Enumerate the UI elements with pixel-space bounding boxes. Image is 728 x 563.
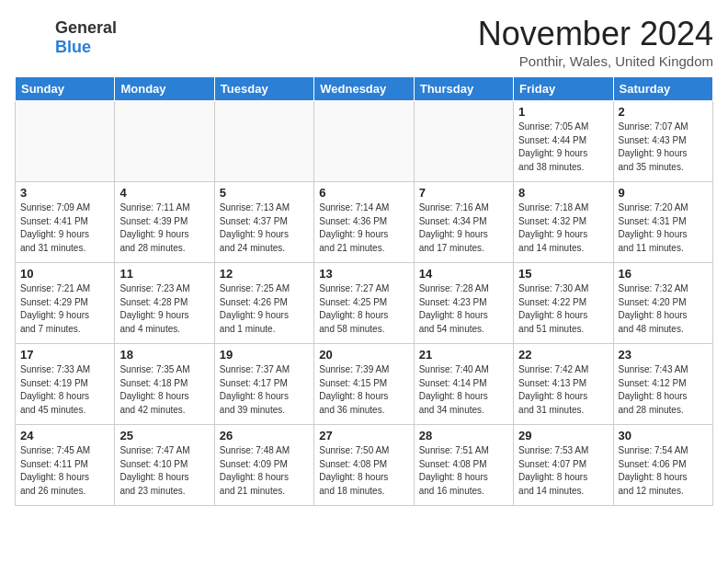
calendar-cell: 7Sunrise: 7:16 AM Sunset: 4:34 PM Daylig…: [414, 182, 513, 263]
day-number: 29: [518, 429, 608, 442]
calendar-cell: 1Sunrise: 7:05 AM Sunset: 4:44 PM Daylig…: [514, 101, 613, 182]
day-number: 11: [119, 267, 209, 281]
day-info: Sunrise: 7:05 AM Sunset: 4:44 PM Dayligh…: [518, 121, 608, 174]
day-info: Sunrise: 7:53 AM Sunset: 4:07 PM Dayligh…: [518, 444, 608, 498]
day-number: 12: [220, 267, 309, 281]
day-info: Sunrise: 7:37 AM Sunset: 4:17 PM Dayligh…: [220, 363, 309, 417]
day-number: 5: [220, 186, 309, 200]
day-number: 22: [518, 348, 608, 362]
day-info: Sunrise: 7:14 AM Sunset: 4:36 PM Dayligh…: [319, 201, 408, 255]
calendar-cell: 18Sunrise: 7:35 AM Sunset: 4:18 PM Dayli…: [115, 344, 214, 425]
calendar-cell: 4Sunrise: 7:11 AM Sunset: 4:39 PM Daylig…: [115, 182, 214, 263]
day-info: Sunrise: 7:51 AM Sunset: 4:08 PM Dayligh…: [419, 444, 508, 498]
day-info: Sunrise: 7:30 AM Sunset: 4:22 PM Dayligh…: [518, 282, 608, 336]
day-info: Sunrise: 7:07 AM Sunset: 4:43 PM Dayligh…: [619, 121, 708, 174]
calendar-cell: [414, 101, 513, 182]
day-number: 24: [20, 429, 109, 442]
logo: Gen eral General Blue: [15, 15, 117, 57]
day-info: Sunrise: 7:09 AM Sunset: 4:41 PM Dayligh…: [20, 201, 109, 255]
day-info: Sunrise: 7:13 AM Sunset: 4:37 PM Dayligh…: [220, 201, 309, 255]
calendar-cell: 24Sunrise: 7:45 AM Sunset: 4:11 PM Dayli…: [16, 425, 115, 506]
weekday-header: Friday: [514, 77, 613, 101]
calendar-week-row: 1Sunrise: 7:05 AM Sunset: 4:44 PM Daylig…: [16, 101, 713, 182]
day-number: 3: [20, 186, 109, 200]
day-number: 21: [419, 348, 508, 362]
day-info: Sunrise: 7:32 AM Sunset: 4:20 PM Dayligh…: [619, 282, 708, 336]
day-info: Sunrise: 7:21 AM Sunset: 4:29 PM Dayligh…: [20, 282, 109, 336]
day-info: Sunrise: 7:33 AM Sunset: 4:19 PM Dayligh…: [20, 363, 109, 417]
weekday-header: Sunday: [16, 77, 115, 101]
calendar-cell: 6Sunrise: 7:14 AM Sunset: 4:36 PM Daylig…: [314, 182, 414, 263]
day-info: Sunrise: 7:54 AM Sunset: 4:06 PM Dayligh…: [619, 444, 708, 498]
calendar-cell: 3Sunrise: 7:09 AM Sunset: 4:41 PM Daylig…: [16, 182, 115, 263]
calendar-cell: 29Sunrise: 7:53 AM Sunset: 4:07 PM Dayli…: [514, 425, 613, 506]
day-info: Sunrise: 7:40 AM Sunset: 4:14 PM Dayligh…: [419, 363, 508, 417]
day-number: 8: [518, 186, 608, 200]
day-number: 16: [619, 267, 708, 281]
day-number: 20: [319, 348, 408, 362]
day-number: 25: [119, 429, 209, 442]
title-block: November 2024 Ponthir, Wales, United Kin…: [478, 15, 713, 69]
calendar-cell: 17Sunrise: 7:33 AM Sunset: 4:19 PM Dayli…: [16, 344, 115, 425]
day-number: 6: [319, 186, 408, 200]
weekday-header-row: SundayMondayTuesdayWednesdayThursdayFrid…: [16, 77, 713, 101]
day-info: Sunrise: 7:39 AM Sunset: 4:15 PM Dayligh…: [319, 363, 408, 417]
calendar-table: SundayMondayTuesdayWednesdayThursdayFrid…: [15, 76, 713, 506]
calendar-cell: 20Sunrise: 7:39 AM Sunset: 4:15 PM Dayli…: [314, 344, 414, 425]
calendar-cell: 22Sunrise: 7:42 AM Sunset: 4:13 PM Dayli…: [514, 344, 613, 425]
day-info: Sunrise: 7:48 AM Sunset: 4:09 PM Dayligh…: [220, 444, 309, 498]
day-number: 19: [220, 348, 309, 362]
day-info: Sunrise: 7:43 AM Sunset: 4:12 PM Dayligh…: [619, 363, 708, 417]
day-number: 1: [518, 105, 608, 119]
calendar-week-row: 24Sunrise: 7:45 AM Sunset: 4:11 PM Dayli…: [16, 425, 713, 506]
calendar-cell: [314, 101, 414, 182]
page-header: Gen eral General Blue November 2024 Pont…: [15, 15, 713, 69]
weekday-header: Saturday: [613, 77, 712, 101]
weekday-header: Wednesday: [314, 77, 414, 101]
day-number: 18: [119, 348, 209, 362]
day-info: Sunrise: 7:35 AM Sunset: 4:18 PM Dayligh…: [119, 363, 209, 417]
day-info: Sunrise: 7:45 AM Sunset: 4:11 PM Dayligh…: [20, 444, 109, 498]
day-number: 17: [20, 348, 109, 362]
day-info: Sunrise: 7:50 AM Sunset: 4:08 PM Dayligh…: [319, 444, 408, 498]
day-info: Sunrise: 7:18 AM Sunset: 4:32 PM Dayligh…: [518, 201, 608, 255]
calendar-cell: 27Sunrise: 7:50 AM Sunset: 4:08 PM Dayli…: [314, 425, 414, 506]
calendar-cell: 12Sunrise: 7:25 AM Sunset: 4:26 PM Dayli…: [214, 263, 313, 344]
day-number: 23: [619, 348, 708, 362]
day-number: 2: [619, 105, 708, 119]
calendar-cell: 21Sunrise: 7:40 AM Sunset: 4:14 PM Dayli…: [414, 344, 513, 425]
day-number: 30: [619, 429, 708, 442]
day-number: 27: [319, 429, 408, 442]
day-info: Sunrise: 7:42 AM Sunset: 4:13 PM Dayligh…: [518, 363, 608, 417]
day-info: Sunrise: 7:20 AM Sunset: 4:31 PM Dayligh…: [619, 201, 708, 255]
day-info: Sunrise: 7:23 AM Sunset: 4:28 PM Dayligh…: [119, 282, 209, 336]
day-number: 7: [419, 186, 508, 200]
day-info: Sunrise: 7:28 AM Sunset: 4:23 PM Dayligh…: [419, 282, 508, 336]
calendar-cell: 9Sunrise: 7:20 AM Sunset: 4:31 PM Daylig…: [613, 182, 712, 263]
calendar-cell: 26Sunrise: 7:48 AM Sunset: 4:09 PM Dayli…: [214, 425, 313, 506]
day-info: Sunrise: 7:27 AM Sunset: 4:25 PM Dayligh…: [319, 282, 408, 336]
calendar-cell: 8Sunrise: 7:18 AM Sunset: 4:32 PM Daylig…: [514, 182, 613, 263]
weekday-header: Tuesday: [214, 77, 313, 101]
calendar-cell: [115, 101, 214, 182]
calendar-cell: [16, 101, 115, 182]
day-info: Sunrise: 7:47 AM Sunset: 4:10 PM Dayligh…: [119, 444, 209, 498]
calendar-cell: 23Sunrise: 7:43 AM Sunset: 4:12 PM Dayli…: [613, 344, 712, 425]
month-title: November 2024: [478, 15, 713, 53]
calendar-week-row: 10Sunrise: 7:21 AM Sunset: 4:29 PM Dayli…: [16, 263, 713, 344]
calendar-cell: 30Sunrise: 7:54 AM Sunset: 4:06 PM Dayli…: [613, 425, 712, 506]
day-number: 15: [518, 267, 608, 281]
calendar-week-row: 17Sunrise: 7:33 AM Sunset: 4:19 PM Dayli…: [16, 344, 713, 425]
day-info: Sunrise: 7:25 AM Sunset: 4:26 PM Dayligh…: [220, 282, 309, 336]
day-info: Sunrise: 7:11 AM Sunset: 4:39 PM Dayligh…: [119, 201, 209, 255]
calendar-week-row: 3Sunrise: 7:09 AM Sunset: 4:41 PM Daylig…: [16, 182, 713, 263]
day-number: 26: [220, 429, 309, 442]
calendar-cell: [214, 101, 313, 182]
day-number: 14: [419, 267, 508, 281]
calendar-cell: 2Sunrise: 7:07 AM Sunset: 4:43 PM Daylig…: [613, 101, 712, 182]
calendar-cell: 19Sunrise: 7:37 AM Sunset: 4:17 PM Dayli…: [214, 344, 313, 425]
calendar-cell: 28Sunrise: 7:51 AM Sunset: 4:08 PM Dayli…: [414, 425, 513, 506]
weekday-header: Thursday: [414, 77, 513, 101]
day-number: 28: [419, 429, 508, 442]
day-number: 4: [119, 186, 209, 200]
